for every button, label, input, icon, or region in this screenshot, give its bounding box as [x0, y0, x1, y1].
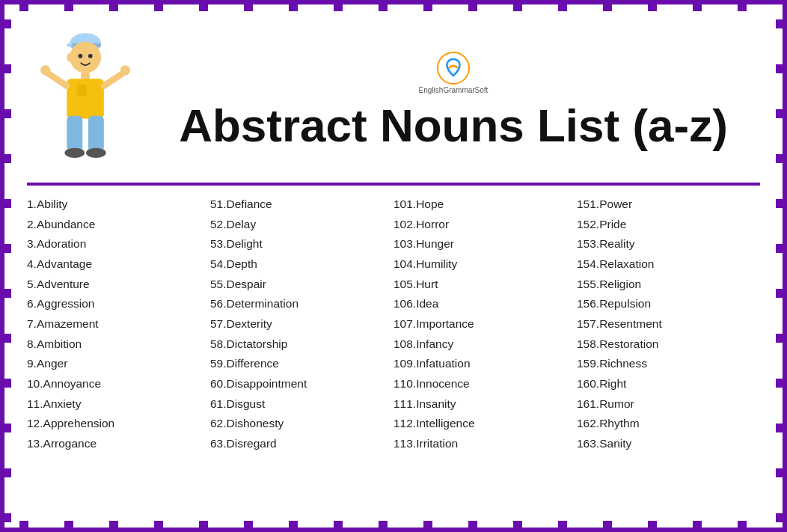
svg-point-12	[40, 65, 50, 75]
list-item: 112.Intelligence	[394, 414, 577, 434]
svg-rect-2	[67, 43, 73, 47]
list-item: 3.Adoration	[27, 234, 210, 254]
list-item: 6.Aggression	[27, 294, 210, 314]
character-illustration	[27, 23, 147, 173]
list-item: 160.Right	[577, 374, 760, 394]
svg-point-4	[79, 54, 83, 58]
list-item: 1.Ability	[27, 195, 210, 215]
list-column-3: 101.Hope102.Horror103.Hunger104.Humility…	[394, 195, 577, 454]
list-item: 113.Irritation	[394, 434, 577, 454]
list-item: 61.Disgust	[210, 394, 394, 415]
list-item: 63.Disregard	[210, 434, 394, 454]
list-item: 111.Insanity	[394, 394, 577, 415]
list-item: 9.Anger	[27, 354, 210, 374]
list-item: 158.Restoration	[577, 334, 760, 355]
list-item: 62.Dishonesty	[210, 414, 394, 434]
list-item: 7.Amazement	[27, 314, 210, 334]
logo-area: EnglishGrammarSoft	[419, 52, 489, 94]
list-item: 55.Despair	[210, 275, 394, 295]
list-item: 103.Hunger	[394, 234, 577, 254]
list-item: 153.Reality	[577, 234, 760, 254]
list-item: 59.Difference	[210, 354, 394, 374]
page-title: Abstract Nouns List (a-z)	[179, 100, 728, 151]
list-item: 5.Adventure	[27, 275, 210, 295]
list-item: 2.Abundance	[27, 215, 210, 235]
list-item: 101.Hope	[394, 195, 577, 215]
list-item: 155.Religion	[577, 275, 760, 295]
list-item: 52.Delay	[210, 215, 394, 235]
list-item: 54.Depth	[210, 254, 394, 275]
nouns-list: 1.Ability2.Abundance3.Adoration4.Advanta…	[12, 195, 775, 469]
list-item: 56.Determination	[210, 294, 394, 314]
svg-point-16	[64, 148, 85, 158]
svg-rect-9	[77, 85, 87, 96]
logo-icon	[437, 52, 470, 85]
header-divider	[27, 183, 760, 186]
header-section: EnglishGrammarSoft Abstract Nouns List (…	[12, 12, 775, 177]
list-item: 157.Resentment	[577, 314, 760, 334]
list-item: 151.Power	[577, 195, 760, 215]
list-item: 109.Infatuation	[394, 354, 577, 374]
list-item: 105.Hurt	[394, 275, 577, 295]
list-item: 154.Relaxation	[577, 254, 760, 275]
svg-rect-7	[81, 72, 89, 79]
svg-point-17	[86, 148, 106, 158]
list-item: 163.Sanity	[577, 434, 760, 454]
list-item: 161.Rumor	[577, 394, 760, 415]
svg-rect-14	[67, 116, 82, 152]
list-item: 11.Anxiety	[27, 394, 210, 415]
main-card: EnglishGrammarSoft Abstract Nouns List (…	[0, 0, 787, 532]
list-column-4: 151.Power152.Pride153.Reality154.Relaxat…	[577, 195, 760, 454]
list-item: 57.Dexterity	[210, 314, 394, 334]
logo-label: EnglishGrammarSoft	[419, 86, 489, 94]
svg-point-3	[70, 42, 101, 73]
list-item: 152.Pride	[577, 215, 760, 235]
list-item: 110.Innocence	[394, 374, 577, 394]
list-item: 108.Infancy	[394, 334, 577, 355]
list-item: 107.Importance	[394, 314, 577, 334]
list-item: 51.Defiance	[210, 195, 394, 215]
list-item: 53.Delight	[210, 234, 394, 254]
svg-point-6	[67, 53, 73, 61]
list-item: 159.Richness	[577, 354, 760, 374]
list-item: 12.Apprehension	[27, 414, 210, 434]
list-item: 8.Ambition	[27, 334, 210, 355]
list-item: 4.Advantage	[27, 254, 210, 275]
list-item: 60.Disappointment	[210, 374, 394, 394]
header-text-area: EnglishGrammarSoft Abstract Nouns List (…	[147, 44, 760, 151]
list-item: 10.Annoyance	[27, 374, 210, 394]
list-item: 13.Arrogance	[27, 434, 210, 454]
svg-rect-15	[88, 116, 104, 152]
list-item: 156.Repulsion	[577, 294, 760, 314]
svg-point-13	[120, 65, 130, 75]
list-item: 162.Rhythm	[577, 414, 760, 434]
list-column-2: 51.Defiance52.Delay53.Delight54.Depth55.…	[210, 195, 394, 454]
list-item: 104.Humility	[394, 254, 577, 275]
list-item: 102.Horror	[394, 215, 577, 235]
list-item: 58.Dictatorship	[210, 334, 394, 355]
svg-point-5	[88, 54, 93, 58]
list-item: 106.Idea	[394, 294, 577, 314]
list-column-1: 1.Ability2.Abundance3.Adoration4.Advanta…	[27, 195, 210, 454]
